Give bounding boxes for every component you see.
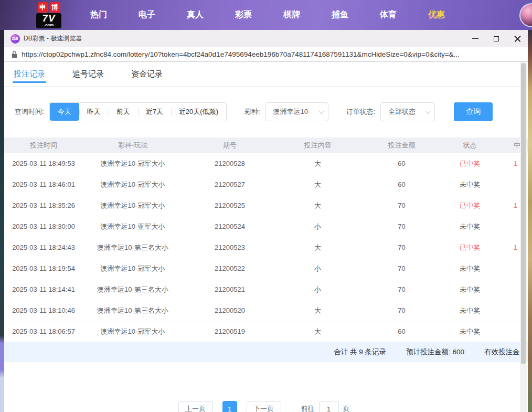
user-avatar[interactable] bbox=[519, 3, 532, 27]
lock-icon bbox=[12, 51, 17, 58]
window-title: DB彩票 - 极速浏览器 bbox=[24, 34, 465, 43]
cell-period: 21200528 bbox=[183, 160, 277, 167]
cell-game-play: 澳洲幸运10-冠军大小 bbox=[83, 327, 183, 336]
cell-bet-time: 2025-03-11 18:30:00 bbox=[4, 223, 83, 230]
nav-item-lottery[interactable]: 彩票 bbox=[227, 9, 260, 20]
cell-period: 21200522 bbox=[183, 265, 277, 272]
nav-item-promo[interactable]: 优惠 bbox=[420, 9, 453, 20]
logo-com-text: .com bbox=[44, 23, 54, 27]
minimize-button[interactable] bbox=[465, 30, 486, 47]
goto-page-label: 前往 bbox=[301, 404, 315, 412]
scrollbar-thumb[interactable] bbox=[521, 63, 526, 364]
query-button[interactable]: 查询 bbox=[454, 102, 493, 121]
summary-expected-amount: 预计投注金额: 600 bbox=[406, 347, 464, 357]
header-bet-content: 投注内容 bbox=[277, 141, 358, 150]
status-filter-label: 订单状态: bbox=[346, 107, 376, 117]
cell-status: 未中奖 bbox=[445, 306, 495, 315]
current-page-button[interactable]: 1 bbox=[222, 401, 237, 412]
pagination: 上一页 1 下一页 前往 页 bbox=[4, 401, 528, 412]
cell-status: 已中奖 bbox=[445, 201, 495, 210]
table-row: 2025-03-11 18:06:57澳洲幸运10-冠军大小21200519大6… bbox=[4, 321, 528, 342]
close-icon bbox=[514, 35, 521, 42]
time-option-today[interactable]: 今天 bbox=[50, 103, 79, 121]
main-nav: 热门 电子 真人 彩票 棋牌 捕鱼 体育 优惠 bbox=[75, 9, 461, 20]
cell-bet-amount: 70 bbox=[358, 223, 445, 230]
lottery-filter-label: 彩种: bbox=[244, 107, 260, 117]
time-option-last-20-days[interactable]: 近20天(低频) bbox=[171, 103, 226, 121]
tab-chase-records[interactable]: 追号记录 bbox=[72, 62, 104, 86]
status-select[interactable]: 全部状态 bbox=[380, 102, 435, 121]
cell-period: 21200523 bbox=[183, 244, 277, 251]
url-text[interactable]: https://ctop02pchwp1.zfnc84.com/lottery/… bbox=[22, 50, 460, 58]
cell-game-play: 澳洲幸运10-冠军大小 bbox=[83, 201, 183, 210]
tab-bet-records[interactable]: 投注记录 bbox=[14, 62, 45, 86]
logo-main: 7V .com bbox=[36, 13, 61, 28]
window-titlebar[interactable]: DB DB彩票 - 极速浏览器 bbox=[4, 30, 528, 47]
cell-status: 未中奖 bbox=[445, 264, 495, 273]
desktop-background-right bbox=[528, 30, 532, 412]
nav-item-live[interactable]: 真人 bbox=[179, 9, 211, 20]
cell-bet-time: 2025-03-11 18:49:53 bbox=[4, 160, 83, 167]
cell-bet-content: 小 bbox=[277, 285, 358, 294]
header-status: 状态 bbox=[445, 141, 495, 150]
cell-status: 未中奖 bbox=[445, 222, 495, 231]
logo-badges: 申 博 bbox=[38, 2, 60, 13]
cell-period: 21200520 bbox=[183, 307, 277, 314]
cell-period: 21200521 bbox=[183, 286, 277, 293]
cell-bet-time: 2025-03-11 18:35:26 bbox=[4, 202, 83, 209]
time-option-yesterday[interactable]: 昨天 bbox=[79, 103, 109, 121]
cell-bet-time: 2025-03-11 18:14:41 bbox=[4, 286, 83, 293]
goto-page-input[interactable] bbox=[319, 401, 339, 412]
prev-page-button[interactable]: 上一页 bbox=[178, 401, 213, 412]
cell-game-play: 澳洲幸运10-冠军大小 bbox=[83, 159, 183, 168]
nav-item-hot[interactable]: 热门 bbox=[82, 9, 115, 20]
maximize-button[interactable] bbox=[486, 30, 507, 47]
lottery-select[interactable]: 澳洲幸运10 bbox=[265, 102, 328, 121]
cell-bet-content: 大 bbox=[277, 306, 358, 315]
screen: 申 博 7V .com 热门 电子 真人 彩票 棋牌 捕鱼 体育 优惠 DB D… bbox=[0, 0, 532, 412]
browser-window: DB DB彩票 - 极速浏览器 https://ctop02pchwp1.zfn… bbox=[4, 30, 528, 412]
maximize-icon bbox=[494, 36, 499, 41]
cell-bet-time: 2025-03-11 18:06:57 bbox=[4, 328, 83, 335]
cell-bet-amount: 60 bbox=[358, 160, 445, 167]
cell-bet-amount: 60 bbox=[358, 328, 445, 335]
cell-game-play: 澳洲幸运10-第三名大小 bbox=[83, 243, 183, 252]
cell-bet-time: 2025-03-11 18:19:54 bbox=[4, 265, 83, 272]
site-logo[interactable]: 申 博 7V .com bbox=[36, 2, 62, 28]
table-row: 2025-03-11 18:35:26澳洲幸运10-冠军大小21200525大7… bbox=[4, 195, 528, 216]
cell-period: 21200527 bbox=[183, 181, 277, 188]
table-row: 2025-03-11 18:49:53澳洲幸运10-冠军大小21200528大6… bbox=[4, 153, 528, 174]
lottery-select-value: 澳洲幸运10 bbox=[273, 107, 308, 117]
address-bar[interactable]: https://ctop02pchwp1.zfnc84.com/lottery/… bbox=[4, 47, 528, 62]
close-button[interactable] bbox=[507, 30, 528, 47]
cell-game-play: 澳洲幸运10-第三名大小 bbox=[83, 285, 183, 294]
next-page-button[interactable]: 下一页 bbox=[247, 401, 281, 412]
time-option-day-before[interactable]: 前天 bbox=[109, 103, 138, 121]
chevron-down-icon bbox=[425, 109, 431, 114]
cell-game-play: 澳洲幸运10-第三名大小 bbox=[83, 306, 183, 315]
table-row: 2025-03-11 18:14:41澳洲幸运10-第三名大小21200521小… bbox=[4, 279, 528, 300]
nav-item-chess[interactable]: 棋牌 bbox=[275, 9, 308, 20]
status-select-value: 全部状态 bbox=[388, 107, 416, 117]
cell-bet-content: 大 bbox=[277, 327, 358, 336]
cell-game-play: 澳洲幸运10-冠军大小 bbox=[83, 264, 183, 273]
record-tabs: 投注记录 追号记录 资金记录 bbox=[4, 62, 528, 87]
chevron-down-icon bbox=[319, 109, 324, 114]
time-filter-group: 今天 昨天 前天 近7天 近20天(低频) bbox=[49, 102, 227, 121]
cell-status: 未中奖 bbox=[445, 285, 495, 294]
tab-fund-records[interactable]: 资金记录 bbox=[131, 62, 163, 86]
summary-bar: 合计 共 9 条记录 预计投注金额: 600 有效投注金额 bbox=[4, 342, 528, 362]
desktop-background-left bbox=[0, 30, 4, 412]
cell-bet-content: 小 bbox=[277, 264, 358, 273]
nav-item-slots[interactable]: 电子 bbox=[131, 9, 163, 20]
time-option-last-7-days[interactable]: 近7天 bbox=[138, 103, 171, 121]
cell-bet-amount: 70 bbox=[358, 265, 445, 272]
nav-item-sports[interactable]: 体育 bbox=[372, 9, 405, 20]
cell-bet-content: 大 bbox=[277, 201, 358, 210]
header-bet-time: 投注时间 bbox=[4, 141, 83, 150]
cell-bet-content: 大 bbox=[277, 243, 358, 252]
minimize-icon bbox=[472, 38, 478, 39]
cell-bet-content: 小 bbox=[277, 222, 358, 231]
nav-item-fishing[interactable]: 捕鱼 bbox=[324, 9, 356, 20]
cell-bet-amount: 70 bbox=[358, 307, 445, 314]
